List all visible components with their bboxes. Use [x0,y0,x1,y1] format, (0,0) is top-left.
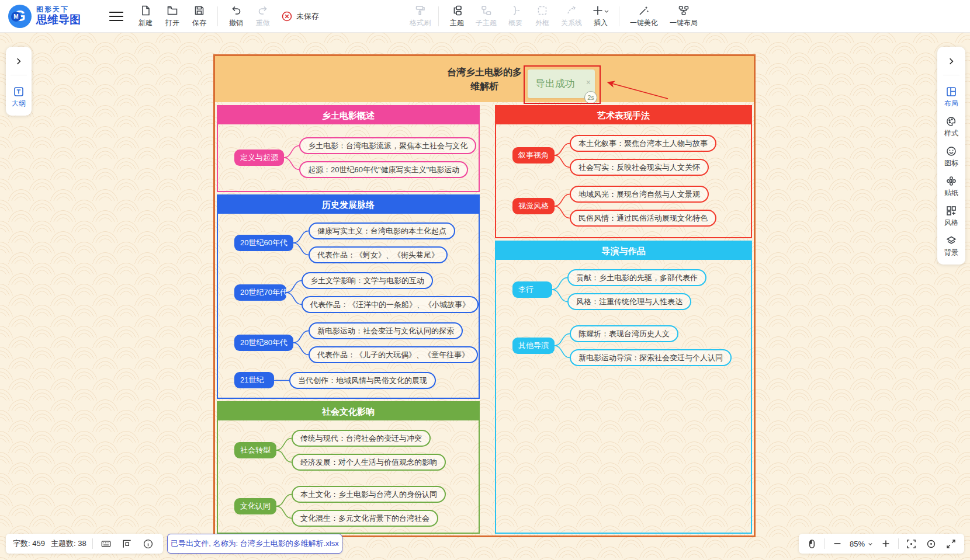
panel-item-sticker[interactable]: 贴纸 [944,175,958,198]
logo-icon: GM [8,5,32,28]
relation-line-button[interactable]: 关系线 [556,5,587,28]
logo-m-icon: M [11,12,21,22]
guide-button[interactable] [120,536,135,551]
leaf-node[interactable]: 风格：注重传统伦理与人性表达 [567,293,691,310]
export-notification: 已导出文件, 名称为: 台湾乡土电影的多维解析.xlsx [167,534,342,554]
leaf-node[interactable]: 乡土电影：台湾电影流派，聚焦本土社会与文化 [299,137,476,154]
auto-layout-button[interactable]: 一键布局 [664,5,704,28]
leaf-node[interactable]: 陈耀圻：表现台湾历史人文 [570,325,678,342]
leaf-list: 当代创作：地域风情与民俗文化的展现 [289,372,436,389]
topic-group: 20世纪80年代新电影运动：社会变迁与文化认同的探索代表作品：《儿子的大玩偶》、… [218,322,479,363]
brand-line1: 图形天下 [36,6,81,14]
topic-node[interactable]: 李行 [512,281,552,298]
topic-node[interactable]: 21世纪 [234,372,274,388]
connector-lines [552,269,567,310]
leaf-node[interactable]: 新电影运动导演：探索社会变迁与个人认同 [570,349,732,366]
insert-button[interactable]: 插入 [587,5,614,28]
layers-icon [945,235,957,246]
panel-item-background[interactable]: 背景 [944,235,958,258]
summary-button[interactable]: 概要 [502,5,529,28]
topic-node[interactable]: 其他导演 [512,338,555,354]
right-panel: 布局 样式 图标 贴纸 风格 背景 [937,47,965,265]
right-panel-expand-button[interactable] [943,51,960,71]
info-button[interactable] [141,536,156,551]
fit-view-button[interactable] [903,536,919,551]
topic-group: 社会转型传统与现代：台湾社会的变迁与冲突经济发展：对个人生活与价值观念的影响 [218,430,479,471]
topic-node[interactable]: 20世纪60年代 [234,235,293,251]
leaf-node[interactable]: 社会写实：反映社会现实与人文关怀 [570,159,709,176]
subtopic-button[interactable]: 子主题 [470,5,502,28]
topic-node[interactable]: 定义与起源 [234,149,284,166]
leaf-node[interactable]: 起源：20世纪60年代"健康写实主义"电影运动 [299,161,468,178]
new-button[interactable]: 新建 [132,5,159,28]
branch-title[interactable]: 艺术表现手法 [496,106,751,124]
root-node[interactable]: 台湾乡土电影的多维解析 [215,56,754,102]
topic-node[interactable]: 20世纪80年代 [234,335,293,351]
mouse-mode-button[interactable] [805,536,820,551]
leaf-list: 贡献：乡土电影的先驱，多部代表作风格：注重传统伦理与人性表达 [567,269,706,310]
panel-item-layout[interactable]: 布局 [944,86,958,109]
open-folder-icon [167,5,178,16]
leaf-node[interactable]: 经济发展：对个人生活与价值观念的影响 [292,454,446,471]
branch-title[interactable]: 社会文化影响 [218,402,479,420]
leaf-node[interactable]: 民俗风情：通过民俗活动展现文化特色 [570,210,716,227]
topic-button[interactable]: 主题 [444,5,470,28]
branch-title[interactable]: 乡土电影概述 [218,106,479,124]
layout-icon [945,86,957,98]
export-success-toast: 导出成功 × 2s [528,69,595,98]
format-painter-button[interactable]: 格式刷 [407,5,434,28]
topic-group: 其他导演陈耀圻：表现台湾历史人文新电影运动导演：探索社会变迁与个人认同 [496,325,751,366]
leaf-node[interactable]: 本土化叙事：聚焦台湾本土人物与故事 [570,135,716,152]
menu-button[interactable] [106,6,126,26]
topic-node[interactable]: 视觉风格 [512,198,555,214]
branch-title[interactable]: 导演与作品 [496,242,751,260]
connector-lines [274,372,289,389]
leaf-node[interactable]: 健康写实主义：台湾电影的本土化起点 [309,222,455,239]
leaf-node[interactable]: 新电影运动：社会变迁与文化认同的探索 [309,322,463,339]
branch-body: 叙事视角本土化叙事：聚焦台湾本土人物与故事社会写实：反映社会现实与人文关怀视觉风… [496,124,751,237]
leaf-node[interactable]: 代表作品：《蚵女》、《街头巷尾》 [309,246,448,263]
panel-item-icon[interactable]: 图标 [944,145,958,168]
outline-button[interactable]: 大纲 [12,86,26,109]
save-button[interactable]: 保存 [186,5,213,28]
locate-center-button[interactable] [923,536,938,551]
left-panel-expand-button[interactable] [10,51,27,71]
fullscreen-button[interactable] [943,536,958,551]
leaf-node[interactable]: 传统与现代：台湾社会的变迁与冲突 [292,430,431,447]
zoom-in-button[interactable] [878,536,893,551]
topic-node[interactable]: 文化认同 [234,498,276,514]
panel-item-style[interactable]: 样式 [944,116,958,138]
undo-button[interactable]: 撤销 [223,5,250,28]
branch-body: 李行贡献：乡土电影的先驱，多部代表作风格：注重传统伦理与人性表达其他导演陈耀圻：… [496,260,751,533]
app-logo: GM 图形天下 思维导图 [8,5,106,28]
zoom-toolbar: 85% [799,534,964,554]
topic-node[interactable]: 叙事视角 [512,147,555,164]
word-count-value: 459 [32,539,45,548]
mindmap-canvas[interactable]: 台湾乡土电影的多维解析 乡土电影概述定义与起源乡土电影：台湾电影流派，聚焦本土社… [0,33,970,560]
outer-frame-button[interactable]: 外框 [529,5,556,28]
shortcut-keys-button[interactable] [99,536,114,551]
app-window: GM 图形天下 思维导图 新建 打开 保存 撤销 重做 [0,0,970,560]
branch-title[interactable]: 历史发展脉络 [218,196,479,214]
leaf-node[interactable]: 乡土文学影响：文学与电影的互动 [302,272,433,289]
beautify-button[interactable]: 一键美化 [624,5,664,28]
zoom-out-button[interactable] [830,536,845,551]
topic-node[interactable]: 20世纪70年代 [234,284,286,301]
leaf-node[interactable]: 代表作品：《儿子的大玩偶》、《童年往事》 [309,346,478,363]
leaf-node[interactable]: 贡献：乡土电影的先驱，多部代表作 [567,269,706,286]
leaf-node[interactable]: 代表作品：《汪洋中的一条船》、《小城故事》 [302,296,479,313]
mindmap-container: 台湾乡土电影的多维解析 乡土电影概述定义与起源乡土电影：台湾电影流派，聚焦本土社… [213,54,756,537]
topic-node[interactable]: 社会转型 [234,442,276,458]
toast-close-icon[interactable]: × [586,78,591,86]
redo-button[interactable]: 重做 [250,5,276,28]
connector-lines [293,322,309,363]
leaf-node[interactable]: 地域风光：展现台湾自然与人文景观 [570,186,709,203]
open-button[interactable]: 打开 [159,5,186,28]
panel-item-theme[interactable]: 风格 [944,205,958,228]
leaf-node[interactable]: 文化混生：多元文化背景下的台湾社会 [292,510,438,527]
flower-icon [945,175,957,187]
branch-body: 20世纪60年代健康写实主义：台湾电影的本土化起点代表作品：《蚵女》、《街头巷尾… [218,214,479,398]
zoom-level-select[interactable]: 85% [850,540,874,548]
leaf-node[interactable]: 本土文化：乡土电影与台湾人的身份认同 [292,486,446,503]
leaf-node[interactable]: 当代创作：地域风情与民俗文化的展现 [289,372,436,389]
